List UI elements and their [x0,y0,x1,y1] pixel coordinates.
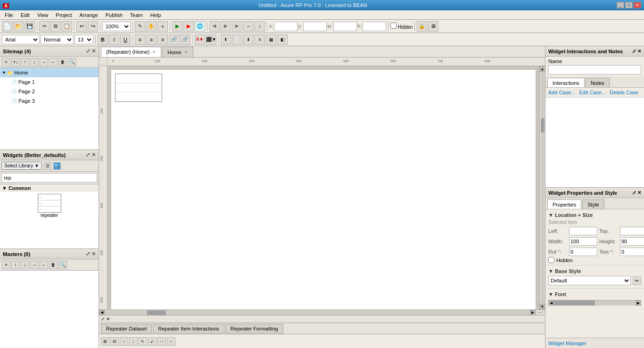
hscroll-thumb[interactable] [147,310,166,315]
open-file-button[interactable]: 📂 [13,21,24,32]
italic-button[interactable]: I [109,34,119,45]
copy-button[interactable]: ⧉ [50,21,61,32]
menu-publish[interactable]: Publish [103,11,125,19]
widgets-search-input[interactable] [1,173,97,182]
masters-outdent-btn[interactable]: ← [40,261,48,269]
props-close-icon[interactable]: ✕ [637,190,641,195]
tab-repeater-dataset[interactable]: Repeater Dataset [101,324,152,333]
widgets-search-button[interactable]: 🔍 [53,162,61,170]
unlink-button[interactable]: 🔗 [180,34,190,45]
home-expand-icon[interactable]: ▼ [2,70,6,75]
delete-case-link[interactable]: Delete Case [610,90,638,95]
valign-mid[interactable]: ⬜ [232,34,242,45]
hidden-checkbox[interactable] [390,23,396,29]
menu-file[interactable]: File [2,11,16,19]
props-expand-icon[interactable]: ⤢ [632,190,636,195]
new-file-button[interactable]: 📄 [2,21,12,32]
bold-button[interactable]: B [98,34,108,45]
align-right[interactable]: ⫸ [232,21,242,32]
hand-tool[interactable]: ✋ [146,21,157,32]
repeater-widget[interactable]: ─ ─ ─ repeater [0,192,99,220]
sitemap-indent-button[interactable]: → [40,58,48,66]
align-left[interactable]: ⫷ [209,21,220,32]
name-input[interactable] [548,65,641,75]
sitemap-add-button[interactable]: + [2,58,10,66]
sitemap-page3[interactable]: 📄 Page 3 [0,96,99,106]
bt1[interactable]: ⊞ [101,337,109,346]
rot-input[interactable] [569,248,597,256]
tab-repeater-close[interactable]: ✕ [152,50,156,54]
sitemap-delete-button[interactable]: 🗑 [58,58,67,66]
repeater-frame[interactable] [115,74,162,102]
maximize-button[interactable]: □ [625,2,633,8]
tab-home[interactable]: Home ✕ [162,47,193,57]
top-input[interactable] [620,227,644,235]
masters-expand-icon[interactable]: ⤢ [86,251,90,257]
widget-manager-link[interactable]: Widget Manager [548,340,586,346]
masters-indent-btn[interactable]: → [30,261,39,269]
hidden-prop-checkbox[interactable] [548,257,554,263]
tab-home-close[interactable]: ✕ [184,50,188,55]
widgets-close-icon[interactable]: ✕ [91,152,96,158]
h-input[interactable] [363,22,386,31]
bottom-close-icon[interactable]: ✕ [106,316,110,322]
border-style[interactable]: ▦ [266,34,276,45]
height-input[interactable] [620,237,644,246]
tab-interactions[interactable]: Interactions [547,78,585,87]
sitemap-search-button[interactable]: 🔍 [68,58,76,66]
bt4[interactable]: ↓ [129,337,138,346]
sitemap-page2[interactable]: 📄 Page 2 [0,87,99,96]
hscroll-expand[interactable]: ⋯ [536,310,545,315]
tab-repeater-formatting[interactable]: Repeater Formatting [225,324,283,333]
vscroll-down[interactable]: ▼ [540,304,545,309]
menu-view[interactable]: View [34,11,51,19]
menu-help[interactable]: Help [148,11,164,19]
masters-close-icon[interactable]: ✕ [91,251,96,257]
sitemap-home[interactable]: ▼ 📁 Home [0,68,99,77]
distribute-v[interactable]: ↕ [255,21,265,32]
bt7[interactable]: → [157,337,166,346]
valign-bot[interactable]: ⬇ [243,34,254,45]
widgets-expand-icon[interactable]: ⤢ [86,152,90,158]
font-collapse[interactable]: ▼ [548,291,553,297]
zoom-select[interactable]: 100% 50% 75% 125% 150% [102,22,131,31]
play-button[interactable]: ▶ [172,21,182,32]
publish-button[interactable]: 🌐 [195,21,205,32]
close-button[interactable]: ✕ [634,2,641,8]
masters-search-btn[interactable]: 🔍 [58,261,67,269]
left-input[interactable] [569,227,597,235]
font-color-button[interactable]: A▼ [195,34,205,45]
valign-top[interactable]: ⬆ [221,34,231,45]
link-button[interactable]: 🔗 [169,34,179,45]
underline-button[interactable]: U [120,34,131,45]
bt3[interactable]: ↑ [120,337,128,346]
menu-arrange[interactable]: Arrange [77,11,101,19]
pointer-tool[interactable]: ↖ [135,21,145,32]
hscroll-right[interactable]: ▶ [530,310,536,315]
masters-up-btn[interactable]: ↑ [11,261,20,269]
align-center[interactable]: ⫸ [221,21,231,32]
add-case-link[interactable]: Add Case... [548,90,575,95]
sitemap-down-button[interactable]: ↓ [30,58,39,66]
sitemap-up-button[interactable]: ↑ [21,58,29,66]
tab-notes[interactable]: Notes [586,78,610,87]
minimize-button[interactable]: _ [617,2,624,8]
select-library-button[interactable]: Select Library ▼ [1,162,42,170]
cut-button[interactable]: ✂ [39,21,50,32]
interactions-close-icon[interactable]: ✕ [637,49,641,54]
edit-style-button[interactable]: ✏ [633,276,641,285]
align-text-left[interactable]: ≡ [135,34,145,45]
distribute-h[interactable]: ↔ [243,21,254,32]
font-family-select[interactable]: Arial [2,35,40,44]
masters-down-btn[interactable]: ↓ [21,261,29,269]
fill-color-button[interactable]: ⬛▼ [206,34,216,45]
paste-button[interactable]: 📋 [62,21,72,32]
base-style-collapse[interactable]: ▼ [548,268,553,274]
align-text-right[interactable]: ≡ [157,34,168,45]
canvas-vscroll[interactable]: ▲ ▼ [539,66,545,309]
vscroll-thumb[interactable] [541,118,545,133]
menu-team[interactable]: Team [127,11,146,19]
align-text-center[interactable]: ≡ [146,34,157,45]
y-input[interactable] [303,22,327,31]
collapse-icon[interactable]: ▼ [548,212,553,218]
